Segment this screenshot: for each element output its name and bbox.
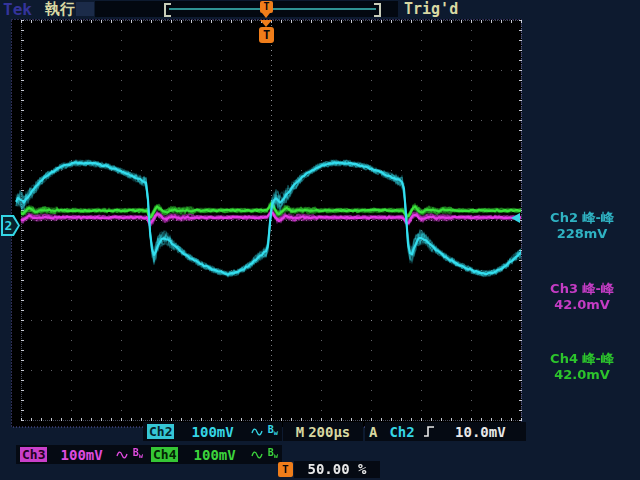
- record-trigger-position-icon: T: [260, 1, 273, 13]
- measurement-ch3-channel: Ch3: [550, 281, 578, 296]
- timebase-readout: M 200μs: [283, 422, 363, 441]
- waveform-display: [10, 18, 524, 428]
- measurement-ch4-channel: Ch4: [550, 351, 578, 366]
- tek-logo: Tek: [3, 0, 32, 19]
- measurement-ch3-peak-to-peak: Ch3 峰-峰 42.0mV: [525, 281, 639, 313]
- timebase-value: 200μs: [308, 424, 350, 440]
- ch3-ac-coupling-icon: [116, 450, 129, 459]
- ch2-scale: 100mV: [178, 424, 246, 440]
- ch4-bandwidth-limit-icon: Bw: [268, 448, 278, 461]
- measurement-ch4-value: 42.0mV: [525, 367, 639, 383]
- measurement-ch2-channel: Ch2: [550, 210, 578, 225]
- ch2-bandwidth-limit-icon: Bw: [268, 425, 278, 438]
- ch2-ac-coupling-icon: [251, 427, 264, 436]
- trigger-mode: A: [369, 424, 377, 440]
- ch3-badge: Ch3: [20, 447, 47, 462]
- trigger-position-flag-icon: T: [259, 27, 274, 43]
- trigger-level-arrow-icon: [511, 213, 520, 223]
- trigger-position-badge-icon: T: [278, 462, 293, 477]
- ch3-scale: 100mV: [51, 447, 111, 463]
- rising-edge-slope-icon: [423, 425, 435, 438]
- measurement-ch2-value: 228mV: [525, 226, 639, 242]
- ch4-scale: 100mV: [182, 447, 246, 463]
- measurement-ch2-peak-to-peak: Ch2 峰-峰 228mV: [525, 210, 639, 242]
- trigger-status: Trig'd: [404, 0, 458, 18]
- acquisition-status: 執行: [45, 0, 75, 19]
- record-window-bracket-right-icon: [374, 3, 381, 17]
- top-bar-box: [76, 2, 94, 16]
- ch3-vertical-readout: Ch3 100mV Bw: [16, 445, 147, 464]
- ch2-vertical-readout: Ch2 100mV Bw: [143, 422, 282, 441]
- timebase-label: M: [296, 424, 304, 440]
- ch3-bandwidth-limit-icon: Bw: [133, 448, 143, 461]
- measurement-ch4-peak-to-peak: Ch4 峰-峰 42.0mV: [525, 351, 639, 383]
- measurement-ch3-label: 峰-峰: [582, 281, 613, 296]
- measurement-ch2-label: 峰-峰: [582, 210, 613, 225]
- ch4-vertical-readout: Ch4 100mV Bw: [147, 445, 282, 464]
- trigger-position-value: 50.00 %: [294, 461, 380, 478]
- measurement-ch3-value: 42.0mV: [525, 297, 639, 313]
- trigger-level: 10.0mV: [439, 424, 522, 440]
- ch4-badge: Ch4: [151, 447, 178, 462]
- ch4-ac-coupling-icon: [251, 450, 264, 459]
- trigger-source: Ch2: [389, 424, 414, 440]
- record-window-bracket-left-icon: [164, 3, 171, 17]
- trigger-readout: A Ch2 10.0mV: [365, 422, 526, 441]
- ch2-badge: Ch2: [147, 424, 174, 439]
- measurement-ch4-label: 峰-峰: [582, 351, 613, 366]
- ch2-ground-marker-label: 2: [1, 215, 16, 236]
- trigger-position-arrow-icon: [260, 20, 272, 27]
